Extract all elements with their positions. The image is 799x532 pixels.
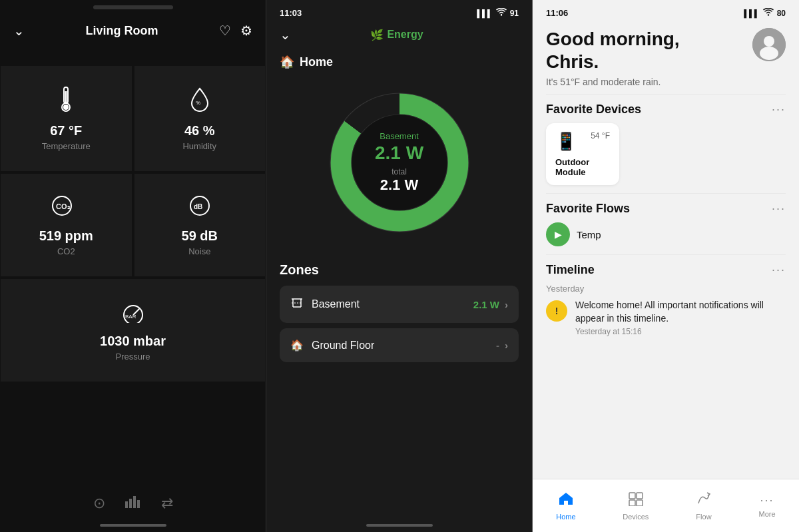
phone2-header: ⌄ 🌿 Energy	[266, 21, 532, 48]
flow-play-button[interactable]: ▶	[546, 222, 570, 246]
favorite-devices-title: Favorite Devices	[546, 103, 641, 117]
phone1-header: ⌄ Living Room ♡ ⚙	[0, 9, 266, 45]
energy-label: Energy	[387, 29, 423, 41]
temperature-label: Temperature	[42, 141, 91, 151]
device-name-outdoor: OutdoorModule	[555, 157, 589, 177]
timeline-more[interactable]: ···	[772, 263, 786, 277]
tab-more-icon: ···	[760, 493, 774, 507]
svg-line-11	[133, 308, 140, 315]
chevron-icon[interactable]: ⌄	[13, 23, 25, 39]
zone-icon-basement	[290, 296, 304, 312]
svg-text:BAR: BAR	[125, 314, 136, 320]
co2-icon: CO₂	[50, 194, 82, 223]
svg-rect-34	[637, 500, 643, 506]
wifi-icon-2	[496, 8, 507, 18]
tab-devices-label: Devices	[623, 513, 649, 521]
home-indicator-2	[366, 524, 433, 527]
zone-item-basement[interactable]: Basement 2.1 W ›	[280, 286, 519, 323]
timeline-title: Timeline	[546, 263, 595, 277]
signal-icon-3: ▌▌▌	[744, 9, 759, 17]
zones-section: Zones Basement 2.1 W	[266, 249, 532, 374]
phone-living-room: ⌄ Living Room ♡ ⚙ 67 °F Tempera	[0, 0, 266, 532]
tab-more[interactable]: ··· More	[759, 493, 776, 518]
chevron-icon-2[interactable]: ⌄	[280, 27, 291, 43]
donut-wrapper: Basement 2.1 W total 2.1 W	[326, 89, 473, 236]
zone-item-ground-floor[interactable]: 🏠 Ground Floor - ›	[280, 328, 519, 362]
device-card-outdoor[interactable]: 📱 54 °F OutdoorModule	[546, 123, 619, 185]
phone-dashboard: 11:06 ▌▌▌ 80 Good morning,Chris. It's 51…	[533, 0, 799, 532]
pressure-value: 1030 mbar	[100, 334, 166, 349]
noise-label: Noise	[188, 246, 210, 256]
pressure-icon: BAR	[117, 299, 149, 328]
temperature-sensor: 67 °F Temperature	[1, 66, 132, 171]
favorite-flows-section: Favorite Flows ··· ▶ Temp	[533, 194, 799, 254]
gauge-icon[interactable]: ⊙	[93, 495, 105, 512]
svg-point-30	[760, 47, 778, 60]
favorite-devices-section: Favorite Devices ··· 📱 54 °F OutdoorModu…	[533, 95, 799, 193]
donut-center: Basement 2.1 W total 2.1 W	[375, 131, 423, 194]
svg-rect-13	[129, 499, 132, 508]
zone-arrow-basement: ›	[505, 299, 508, 310]
avatar[interactable]	[752, 28, 786, 61]
svg-point-29	[764, 36, 774, 47]
donut-total-value: 2.1 W	[375, 176, 423, 194]
chart-icon[interactable]	[125, 495, 141, 512]
heart-icon[interactable]: ♡	[219, 23, 231, 39]
leaf-icon: 🌿	[370, 29, 384, 41]
favorite-devices-more[interactable]: ···	[772, 103, 786, 117]
breadcrumb-label: Home	[300, 55, 333, 69]
zone-name-basement: Basement	[312, 298, 360, 310]
humidity-icon: %	[189, 86, 210, 118]
noise-icon: dB	[188, 194, 212, 223]
zone-icon-ground-floor: 🏠	[290, 339, 304, 352]
svg-text:CO₂: CO₂	[56, 202, 71, 210]
time-3: 11:06	[546, 8, 568, 18]
device-icon-outdoor: 📱	[555, 131, 577, 152]
wifi-icon-3	[763, 8, 774, 18]
donut-total-label: total	[375, 167, 423, 176]
status-bar-3: 11:06 ▌▌▌ 80	[533, 0, 799, 21]
humidity-label: Humidity	[182, 141, 216, 151]
time-2: 11:03	[280, 8, 302, 18]
timeline-icon: !	[546, 300, 567, 322]
svg-rect-32	[637, 493, 643, 499]
sensors-grid: 67 °F Temperature % 46 % Humidity	[0, 59, 266, 389]
svg-rect-12	[125, 501, 128, 508]
noise-sensor: dB 59 dB Noise	[134, 174, 266, 276]
donut-chart-container: Basement 2.1 W total 2.1 W	[266, 76, 532, 249]
svg-point-3	[63, 105, 69, 110]
timeline-section: Timeline ··· Yesterday ! Welcome home! A…	[533, 255, 799, 344]
donut-zone-label: Basement	[375, 131, 423, 141]
timeline-item: ! Welcome home! All important notificati…	[546, 299, 786, 336]
shuffle-icon[interactable]: ⇄	[161, 495, 173, 512]
timeline-text: Welcome home! All important notification…	[575, 299, 786, 325]
zone-arrow-ground-floor: ›	[505, 340, 508, 351]
co2-value: 519 ppm	[39, 228, 93, 244]
greeting-title: Good morning,Chris.	[546, 28, 680, 73]
signal-icon-2: ▌▌▌	[477, 9, 492, 17]
tab-home[interactable]: Home	[556, 491, 575, 521]
noise-value: 59 dB	[182, 228, 218, 244]
device-temp: 54 °F	[591, 131, 610, 140]
timeline-date: Yesterday	[546, 284, 786, 294]
tab-flow-label: Flow	[696, 513, 711, 521]
tab-flow[interactable]: Flow	[696, 491, 712, 521]
humidity-value: 46 %	[184, 123, 215, 138]
flow-label: Temp	[577, 229, 601, 240]
home-indicator	[100, 524, 166, 527]
svg-rect-14	[133, 496, 136, 508]
pressure-label: Pressure	[115, 352, 150, 362]
svg-rect-15	[137, 500, 140, 508]
tab-devices[interactable]: Devices	[623, 491, 649, 521]
zones-title: Zones	[280, 262, 519, 278]
tab-home-label: Home	[556, 513, 575, 521]
favorite-flows-more[interactable]: ···	[772, 202, 786, 216]
tab-devices-icon	[628, 491, 644, 510]
greeting-subtitle: It's 51°F and moderate rain.	[546, 77, 680, 87]
svg-point-16	[500, 14, 501, 15]
zone-name-ground-floor: Ground Floor	[312, 340, 374, 352]
gear-icon[interactable]: ⚙	[240, 23, 252, 39]
svg-point-27	[767, 14, 768, 15]
svg-text:%: %	[196, 100, 200, 106]
flow-item-temp[interactable]: ▶ Temp	[546, 222, 786, 246]
